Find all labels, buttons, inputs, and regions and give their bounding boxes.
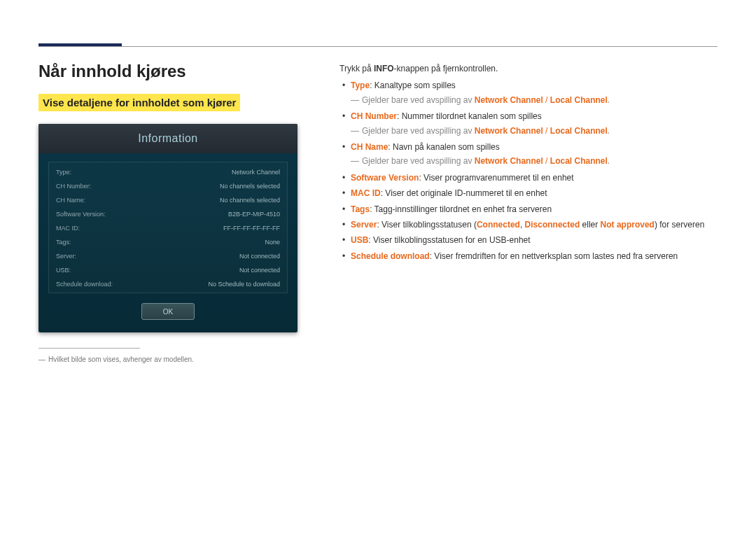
sep: /	[543, 95, 550, 105]
info-row: USB:Not connected	[56, 263, 280, 277]
dialog-titlebar: Information	[38, 124, 298, 153]
info-label: Software Version:	[56, 211, 106, 218]
bullet-list: Type: Kanaltype som spilles Gjelder bare…	[341, 78, 718, 263]
dialog-title: Information	[138, 132, 198, 145]
server-notapproved: Not approved	[601, 220, 654, 230]
text-sched: : Viser fremdriften for en nettverksplan…	[430, 251, 678, 261]
text-usb: : Viser tilkoblingsstatusen for en USB-e…	[368, 235, 530, 245]
sep: /	[543, 126, 550, 136]
intro-pre: Trykk på	[340, 64, 374, 73]
info-label: Server:	[56, 253, 76, 260]
section-heading: Vise detaljene for innholdet som kjører	[38, 94, 240, 111]
footnote-text: Hvilket bilde som vises, avhenger av mod…	[48, 356, 194, 363]
info-row: MAC ID:FF-FF-FF-FF-FF-FF	[56, 221, 280, 235]
period: .	[608, 126, 610, 136]
server-or: eller	[580, 220, 600, 230]
info-row: Software Version:B2B-EP-MIP-4510	[56, 207, 280, 221]
period: .	[608, 156, 610, 166]
footnote-dash: ―	[38, 356, 46, 363]
intro-line: Trykk på INFO-knappen på fjernkontrollen…	[340, 62, 718, 76]
header-rule	[38, 46, 718, 47]
bullet-type: Type: Kanaltype som spilles Gjelder bare…	[341, 78, 718, 107]
info-label: MAC ID:	[56, 225, 80, 232]
text-type: : Kanaltype som spilles	[370, 80, 456, 90]
bullet-tags: Tags: Tagg-innstillinger tilordnet en en…	[341, 202, 718, 216]
info-row: Tags:None	[56, 235, 280, 249]
bullet-sched: Schedule download: Viser fremdriften for…	[341, 249, 718, 263]
sub-note: Gjelder bare ved avspilling av Network C…	[351, 154, 718, 168]
label-sched: Schedule download	[351, 251, 430, 261]
right-column: Trykk på INFO-knappen på fjernkontrollen…	[340, 62, 718, 363]
info-row: Schedule download:No Schedule to downloa…	[56, 277, 280, 291]
info-row: Type:Network Channel	[56, 165, 280, 179]
text-chname: : Navn på kanalen som spilles	[388, 142, 499, 152]
server-disconnected: Disconnected	[525, 220, 580, 230]
info-label: Type:	[56, 169, 71, 176]
label-sw: Software Version	[351, 173, 419, 183]
bullet-chname: CH Name: Navn på kanalen som spilles Gje…	[341, 140, 718, 169]
server-pre: : Viser tilkoblingsstatusen (	[377, 220, 477, 230]
bullet-usb: USB: Viser tilkoblingsstatusen for en US…	[341, 233, 718, 247]
info-label: Schedule download:	[56, 281, 113, 288]
info-value: Not connected	[239, 253, 280, 260]
applies-pre: Gjelder bare ved avspilling av	[362, 126, 475, 136]
info-value: Not connected	[239, 267, 280, 274]
intro-bold: INFO	[374, 64, 394, 73]
info-value: B2B-EP-MIP-4510	[228, 211, 280, 218]
label-chnum: CH Number	[351, 111, 397, 121]
bullet-chnum: CH Number: Nummer tilordnet kanalen som …	[341, 109, 718, 138]
info-value: No Schedule to download	[208, 281, 280, 288]
sub-note: Gjelder bare ved avspilling av Network C…	[351, 124, 718, 138]
bullet-server: Server: Viser tilkoblingsstatusen (Conne…	[341, 218, 718, 232]
ok-button[interactable]: OK	[141, 303, 195, 320]
text-tags: : Tagg-innstillinger tilordnet en enhet …	[370, 204, 552, 214]
left-column: Når innhold kjøres Vise detaljene for in…	[38, 62, 298, 363]
info-row: CH Number:No channels selected	[56, 179, 280, 193]
info-dialog-screenshot: Information Type:Network Channel CH Numb…	[38, 124, 298, 332]
footnote: ―Hvilket bilde som vises, avhenger av mo…	[38, 356, 298, 363]
info-value: No channels selected	[220, 197, 280, 204]
label-usb: USB	[351, 235, 368, 245]
server-post: ) for serveren	[654, 220, 704, 230]
page-content: Når innhold kjøres Vise detaljene for in…	[38, 62, 718, 363]
period: .	[608, 95, 610, 105]
lc: Local Channel	[550, 156, 608, 166]
info-row: CH Name:No channels selected	[56, 193, 280, 207]
page-title: Når innhold kjøres	[38, 62, 298, 81]
text-mac: : Viser det originale ID-nummeret til en…	[381, 188, 547, 198]
text-sw: : Viser programvarenummeret til en enhet	[419, 173, 573, 183]
nc: Network Channel	[475, 126, 543, 136]
info-label: CH Number:	[56, 183, 91, 190]
footnote-rule	[38, 348, 140, 349]
sub-note: Gjelder bare ved avspilling av Network C…	[351, 93, 718, 107]
info-label: USB:	[56, 267, 71, 274]
bullet-mac: MAC ID: Viser det originale ID-nummeret …	[341, 186, 718, 200]
info-label: Tags:	[56, 239, 71, 246]
label-mac: MAC ID	[351, 188, 381, 198]
info-value: FF-FF-FF-FF-FF-FF	[223, 225, 280, 232]
server-connected: Connected	[477, 220, 520, 230]
server-comma: ,	[520, 220, 525, 230]
nc: Network Channel	[475, 95, 543, 105]
info-value: None	[265, 239, 280, 246]
nc: Network Channel	[475, 156, 543, 166]
label-type: Type	[351, 80, 370, 90]
bullet-sw: Software Version: Viser programvarenumme…	[341, 171, 718, 185]
applies-pre: Gjelder bare ved avspilling av	[362, 156, 475, 166]
sep: /	[543, 156, 550, 166]
lc: Local Channel	[550, 126, 608, 136]
label-server: Server	[351, 220, 377, 230]
info-value: No channels selected	[220, 183, 280, 190]
info-label: CH Name:	[56, 197, 85, 204]
applies-pre: Gjelder bare ved avspilling av	[362, 95, 475, 105]
label-tags: Tags	[351, 204, 370, 214]
label-chname: CH Name	[351, 142, 388, 152]
intro-post: -knappen på fjernkontrollen.	[394, 64, 498, 73]
text-chnum: : Nummer tilordnet kanalen som spilles	[397, 111, 542, 121]
dialog-panel: Type:Network Channel CH Number:No channe…	[48, 162, 288, 293]
info-row: Server:Not connected	[56, 249, 280, 263]
info-value: Network Channel	[232, 169, 280, 176]
lc: Local Channel	[550, 95, 608, 105]
